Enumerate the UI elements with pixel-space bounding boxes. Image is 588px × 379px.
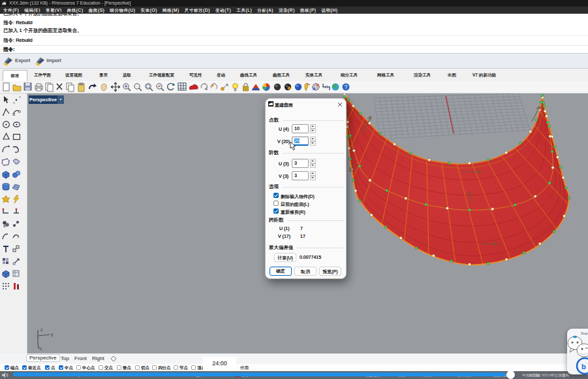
svg-text:y: y	[51, 332, 54, 337]
svg-text:x: x	[40, 346, 42, 351]
svg-text:b: b	[581, 363, 586, 371]
svg-text:z: z	[40, 327, 42, 332]
svg-text:?: ?	[344, 84, 347, 90]
